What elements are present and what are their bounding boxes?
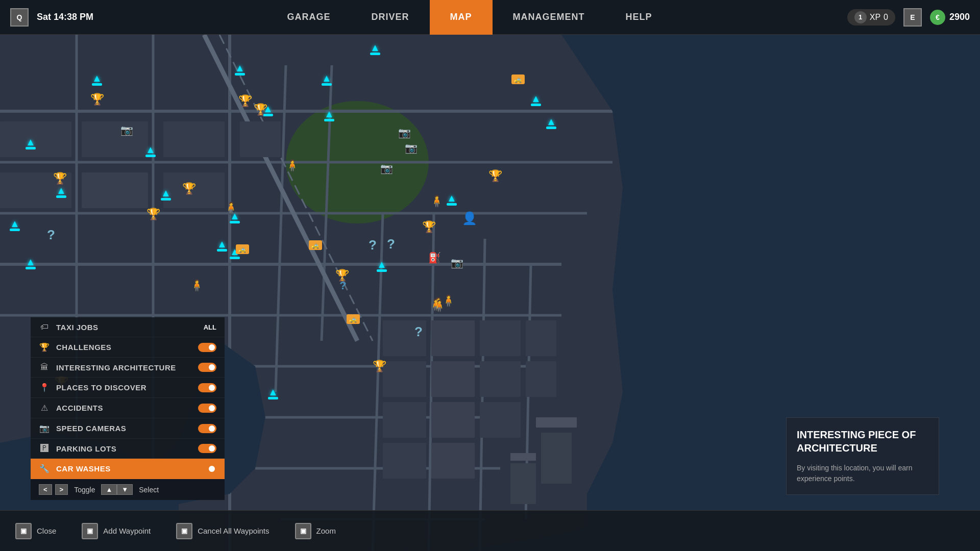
up-key[interactable]: ▲ (101, 484, 117, 495)
svg-rect-47 (541, 433, 572, 484)
add-waypoint-action: ▣ Add Waypoint (82, 523, 151, 539)
speed-camera-icon: 📷 (39, 423, 50, 433)
svg-rect-40 (480, 361, 521, 397)
menu-item-places[interactable]: 📍 PLACES TO DISCOVER (31, 378, 225, 398)
menu-item-parking-lots[interactable]: 🅿 PARKING LOTS (31, 439, 225, 459)
add-waypoint-label: Add Waypoint (103, 527, 151, 535)
nav-map[interactable]: MAP (430, 0, 493, 35)
architecture-toggle[interactable] (198, 363, 216, 372)
select-label: Select (139, 486, 159, 494)
places-label: PLACES TO DISCOVER (56, 383, 198, 392)
svg-rect-34 (383, 443, 426, 479)
car-washes-label: CAR WASHES (56, 464, 198, 473)
accidents-icon: ⚠ (39, 403, 50, 413)
time-display: Sat 14:38 PM (37, 12, 93, 22)
svg-rect-41 (480, 402, 521, 438)
menu-item-challenges[interactable]: 🏆 CHALLENGES (31, 337, 225, 358)
nav-help[interactable]: HELP (605, 0, 673, 35)
menu-item-speed-cameras[interactable]: 📷 SPEED CAMERAS (31, 418, 225, 439)
money-value: 2900 (949, 12, 970, 22)
xp-value: 0 (884, 13, 888, 22)
challenges-label: CHALLENGES (56, 343, 198, 352)
xp-badge: 1 XP 0 (847, 9, 895, 26)
speed-cameras-toggle[interactable] (198, 424, 216, 433)
zoom-label: Zoom (316, 527, 336, 535)
svg-rect-31 (383, 320, 426, 356)
bottombar: ▣ Close ▣ Add Waypoint ▣ Cancel All Wayp… (0, 510, 980, 551)
svg-rect-43 (526, 361, 556, 397)
architecture-label: INTERESTING ARCHITECTURE (56, 363, 198, 372)
info-panel: INTERESTING PIECE OF ARCHITECTURE By vis… (786, 417, 939, 495)
svg-rect-49 (510, 463, 536, 504)
down-key[interactable]: ▼ (117, 484, 133, 495)
car-washes-toggle[interactable] (198, 464, 216, 473)
nav-management[interactable]: MANAGEMENT (493, 0, 605, 35)
close-action: ▣ Close (15, 523, 56, 539)
close-label: Close (37, 527, 56, 535)
xp-level: 1 (854, 11, 867, 23)
parking-lots-toggle[interactable] (198, 444, 216, 453)
q-key-icon[interactable]: Q (10, 8, 29, 27)
svg-rect-39 (480, 320, 521, 356)
menu-item-car-washes[interactable]: 🔧 CAR WASHES (31, 459, 225, 479)
accidents-toggle[interactable] (198, 404, 216, 413)
svg-rect-48 (510, 453, 536, 461)
svg-rect-27 (82, 172, 148, 208)
money-display: € 2900 (930, 10, 970, 25)
svg-rect-38 (431, 443, 475, 479)
menu-item-architecture[interactable]: 🏛 INTERESTING ARCHITECTURE (31, 358, 225, 378)
arrow-controls: ▲ ▼ (101, 484, 133, 495)
prev-key[interactable]: < (39, 484, 52, 495)
prev-next-controls: < > (39, 484, 68, 495)
add-waypoint-key[interactable]: ▣ (82, 523, 98, 539)
taxi-jobs-badge: ALL (204, 323, 216, 331)
svg-rect-46 (536, 417, 577, 428)
toggle-label: Toggle (74, 486, 95, 494)
architecture-icon: 🏛 (39, 363, 50, 372)
cancel-waypoints-key[interactable]: ▣ (176, 523, 192, 539)
parking-icon: 🅿 (39, 444, 50, 453)
topbar: Q Sat 14:38 PM GARAGE DRIVER MAP MANAGEM… (0, 0, 980, 35)
zoom-key[interactable]: ▣ (295, 523, 311, 539)
nav-garage[interactable]: GARAGE (266, 0, 351, 35)
svg-rect-26 (0, 172, 71, 208)
taxi-icon: 🏷 (39, 322, 50, 332)
accidents-label: ACCIDENTS (56, 404, 198, 412)
main-nav: GARAGE DRIVER MAP MANAGEMENT HELP (102, 0, 837, 35)
svg-rect-24 (0, 121, 71, 157)
money-icon: € (930, 10, 945, 25)
svg-rect-32 (383, 361, 426, 397)
car-wash-icon: 🔧 (39, 464, 50, 473)
speed-cameras-label: SPEED CAMERAS (56, 424, 198, 433)
cancel-waypoints-action: ▣ Cancel All Waypoints (176, 523, 269, 539)
menu-controls: < > Toggle ▲ ▼ Select (31, 479, 225, 500)
places-toggle[interactable] (198, 383, 216, 392)
svg-rect-28 (163, 121, 225, 157)
svg-rect-25 (82, 121, 148, 157)
places-icon: 📍 (39, 383, 50, 392)
svg-rect-29 (163, 172, 225, 208)
menu-item-accidents[interactable]: ⚠ ACCIDENTS (31, 398, 225, 418)
info-description: By visiting this location, you will earn… (797, 463, 928, 484)
map-filter-panel: 🏷 TAXI JOBS ALL 🏆 CHALLENGES 🏛 INTERESTI… (31, 317, 225, 500)
taxi-jobs-label: TAXI JOBS (56, 323, 204, 332)
svg-rect-42 (526, 320, 556, 356)
svg-rect-35 (431, 320, 475, 356)
challenges-icon: 🏆 (39, 342, 50, 352)
svg-rect-30 (240, 121, 281, 157)
svg-rect-37 (431, 402, 475, 438)
nav-driver[interactable]: DRIVER (351, 0, 429, 35)
svg-rect-33 (383, 402, 426, 438)
zoom-action: ▣ Zoom (295, 523, 336, 539)
cancel-waypoints-label: Cancel All Waypoints (198, 527, 269, 535)
info-title: INTERESTING PIECE OF ARCHITECTURE (797, 428, 928, 455)
next-key[interactable]: > (55, 484, 68, 495)
xp-label: XP (870, 13, 880, 22)
svg-rect-36 (431, 361, 475, 397)
challenges-toggle[interactable] (198, 343, 216, 352)
close-key[interactable]: ▣ (15, 523, 32, 539)
e-key-icon[interactable]: E (903, 8, 922, 27)
menu-item-taxi-jobs[interactable]: 🏷 TAXI JOBS ALL (31, 317, 225, 337)
parking-lots-label: PARKING LOTS (56, 444, 198, 453)
